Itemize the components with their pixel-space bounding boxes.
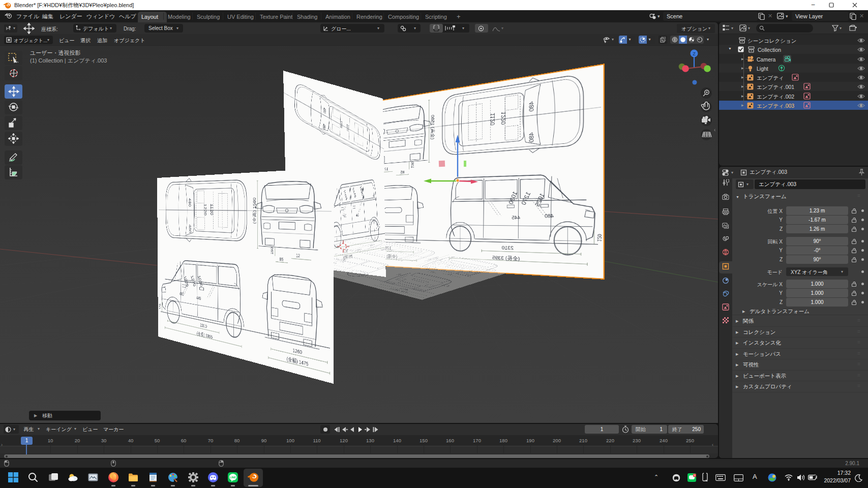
svg-text:Z: Z: [693, 51, 696, 56]
svg-text:‹: ‹: [714, 127, 715, 133]
svg-text:LINE: LINE: [230, 476, 236, 479]
